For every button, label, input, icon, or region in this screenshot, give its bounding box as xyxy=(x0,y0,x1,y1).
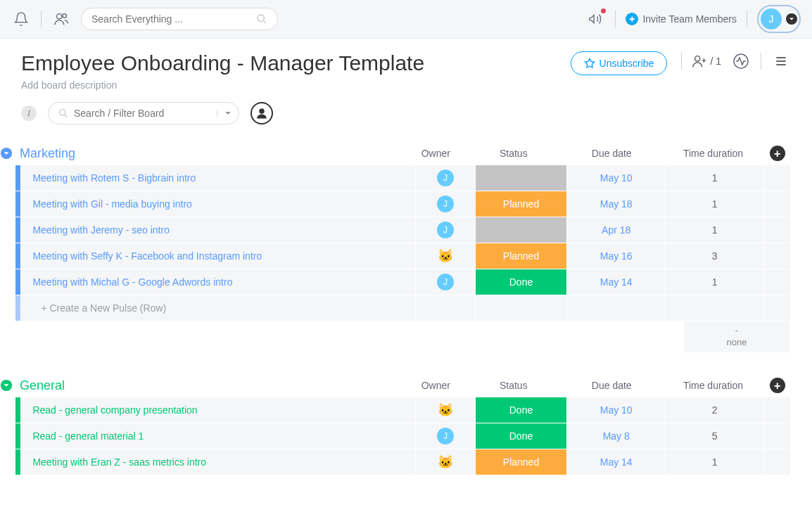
notifications-icon[interactable] xyxy=(11,9,31,29)
owner-cell[interactable]: 🐱 xyxy=(416,243,474,269)
column-duration[interactable]: Time duration xyxy=(662,148,763,159)
owner-cell[interactable]: J xyxy=(416,191,474,217)
search-everything-input[interactable] xyxy=(91,13,256,25)
add-column[interactable]: + xyxy=(764,378,791,393)
duration-cell[interactable]: 1 xyxy=(666,217,763,243)
owner-cell[interactable]: J xyxy=(416,217,474,243)
owner-cell[interactable]: J xyxy=(416,423,474,449)
pulse-name[interactable]: Meeting with Gil - media buying intro xyxy=(21,191,415,217)
user-menu[interactable]: J xyxy=(757,5,801,33)
table-row: Read - general material 1 J Done May 8 5 xyxy=(15,423,791,449)
duration-cell[interactable]: 2 xyxy=(666,397,763,423)
user-avatar: J xyxy=(761,8,782,30)
owner-cell[interactable]: 🐱 xyxy=(416,397,474,423)
cell-end xyxy=(764,269,790,295)
announcement-icon[interactable] xyxy=(585,9,605,29)
due-cell[interactable]: May 10 xyxy=(567,165,665,191)
duration-cell[interactable]: 1 xyxy=(666,165,763,191)
new-pulse-row[interactable]: + Create a New Pulse (Row) xyxy=(15,295,791,321)
pulse-name[interactable]: Meeting with Rotem S - Bigbrain intro xyxy=(21,165,415,191)
menu-icon[interactable] xyxy=(771,51,791,71)
add-column[interactable]: + xyxy=(764,146,791,161)
svg-point-6 xyxy=(259,108,265,114)
status-cell[interactable]: Planned xyxy=(476,243,567,269)
duration-cell[interactable]: 1 xyxy=(666,269,763,295)
table-row: Meeting with Seffy K - Facebook and Inst… xyxy=(15,243,791,269)
board-title[interactable]: Employee Onboarding - Manager Template xyxy=(21,51,557,75)
status-cell[interactable]: Planned xyxy=(476,191,567,217)
pulse-name[interactable]: Meeting with Jeremy - seo intro xyxy=(21,217,415,243)
status-cell[interactable]: Done xyxy=(476,423,567,449)
owner-cell[interactable]: J xyxy=(416,165,474,191)
pulse-name[interactable]: Meeting with Michal G - Google Adwords i… xyxy=(21,269,415,295)
owner-cell[interactable]: J xyxy=(416,269,474,295)
group-title[interactable]: Marketing xyxy=(20,146,405,161)
column-due[interactable]: Due date xyxy=(561,380,662,391)
duration-cell[interactable]: 5 xyxy=(666,423,763,449)
table-row: Meeting with Jeremy - seo intro J Apr 18… xyxy=(15,217,791,243)
unsubscribe-button[interactable]: Unsubscribe xyxy=(571,51,668,75)
status-cell[interactable]: Done xyxy=(476,397,567,423)
pulse-name[interactable]: Meeting with Seffy K - Facebook and Inst… xyxy=(21,243,415,269)
status-cell[interactable]: Done xyxy=(476,269,567,295)
pulse-name[interactable]: Read - general company presentation xyxy=(21,397,415,423)
duration-cell[interactable]: 1 xyxy=(666,449,763,475)
table-row: Read - general company presentation 🐱 Do… xyxy=(15,397,791,423)
search-everything[interactable] xyxy=(81,8,278,30)
search-board-input[interactable] xyxy=(74,108,217,119)
due-cell[interactable]: May 14 xyxy=(567,449,665,475)
collapse-icon[interactable] xyxy=(0,379,13,392)
status-cell[interactable]: Planned xyxy=(476,449,567,475)
cell-end xyxy=(764,217,790,243)
chevron-down-icon[interactable] xyxy=(217,110,231,117)
table-row: Meeting with Eran Z - saas metrics intro… xyxy=(15,449,791,475)
filter-user-icon[interactable] xyxy=(250,102,273,124)
search-board[interactable] xyxy=(48,102,239,124)
board-content: Marketing Owner Status Due date Time dur… xyxy=(0,141,812,512)
owner-avatar: J xyxy=(437,222,454,238)
row-accent xyxy=(15,217,20,243)
duration-summary: - none xyxy=(684,321,789,352)
duration-cell[interactable]: 3 xyxy=(666,243,763,269)
group-marketing: Marketing Owner Status Due date Time dur… xyxy=(0,141,791,352)
topbar: + Invite Team Members J xyxy=(0,0,812,39)
column-owner[interactable]: Owner xyxy=(405,148,467,159)
team-members-count[interactable]: / 1 xyxy=(692,53,721,69)
duration-cell[interactable]: 1 xyxy=(666,191,763,217)
due-cell[interactable]: May 14 xyxy=(567,269,665,295)
collapse-icon[interactable] xyxy=(0,147,13,160)
svg-point-1 xyxy=(63,14,67,18)
due-cell[interactable]: May 18 xyxy=(567,191,665,217)
board-description[interactable]: Add board description xyxy=(21,79,557,91)
column-status[interactable]: Status xyxy=(467,148,562,159)
status-cell[interactable] xyxy=(476,165,567,191)
cell-end xyxy=(764,243,790,269)
status-cell[interactable] xyxy=(476,217,567,243)
group-title[interactable]: General xyxy=(20,378,405,393)
due-cell[interactable]: May 10 xyxy=(567,397,665,423)
cell-empty xyxy=(567,295,665,321)
cell-end xyxy=(764,423,790,449)
owner-avatar: 🐱 xyxy=(438,402,453,418)
pulse-name[interactable]: Read - general material 1 xyxy=(21,423,415,449)
column-owner[interactable]: Owner xyxy=(405,380,467,391)
new-pulse-label[interactable]: + Create a New Pulse (Row) xyxy=(21,295,415,321)
table-row: Meeting with Michal G - Google Adwords i… xyxy=(15,269,791,295)
cell-empty xyxy=(666,295,763,321)
owner-avatar: 🐱 xyxy=(438,248,453,264)
people-icon[interactable] xyxy=(51,9,71,29)
invite-team-button[interactable]: + Invite Team Members xyxy=(626,13,737,25)
column-duration[interactable]: Time duration xyxy=(662,380,763,391)
due-cell[interactable]: Apr 18 xyxy=(567,217,665,243)
divider xyxy=(41,11,42,27)
star-icon xyxy=(584,58,595,69)
due-cell[interactable]: May 8 xyxy=(567,423,665,449)
owner-cell[interactable]: 🐱 xyxy=(416,449,474,475)
owner-avatar: J xyxy=(437,428,454,444)
column-due[interactable]: Due date xyxy=(561,148,662,159)
column-status[interactable]: Status xyxy=(467,380,562,391)
activity-icon[interactable] xyxy=(731,51,751,71)
info-icon[interactable]: I xyxy=(21,105,37,121)
due-cell[interactable]: May 16 xyxy=(567,243,665,269)
pulse-name[interactable]: Meeting with Eran Z - saas metrics intro xyxy=(21,449,415,475)
